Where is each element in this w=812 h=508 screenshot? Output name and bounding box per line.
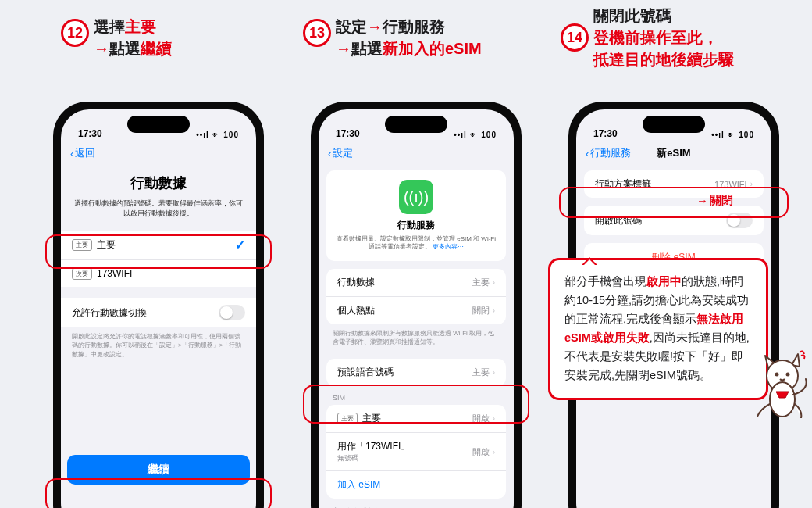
chevron-right-icon: › [493, 306, 495, 315]
row-cellular-data[interactable]: 行動數據 主要› [326, 269, 506, 297]
step12-l2a: 點選 [109, 40, 141, 57]
arrow-close-text: 關閉 [710, 193, 733, 208]
sim-badge-icon: 主要 [72, 239, 92, 251]
row-turn-on[interactable]: 開啟此號碼 [584, 206, 764, 235]
status-icons: ••ıl ᯤ 100 [454, 131, 497, 139]
row-add-esim[interactable]: 加入 eSIM [326, 471, 506, 499]
chevron-left-icon: ‹ [586, 148, 589, 159]
row-173[interactable]: 次要173WIFI [61, 260, 256, 287]
switch-note: 開啟此設定將允許你的電話根據涵蓋率和可用性，使用兩個號碼的行動數據。你可以稍後在… [61, 327, 256, 363]
carrier-header: 主要的行動數據 [319, 499, 514, 508]
step-13-caption: 13 設定→行動服務 →點選新加入的eSIM [303, 16, 482, 59]
page-title: 行動數據 [61, 174, 256, 192]
row-primary[interactable]: 主要主要 ✓ [61, 231, 256, 260]
row-data-value: 主要 [472, 277, 490, 288]
chevron-right-icon: › [750, 180, 753, 188]
status-icons: ••ıl ᯤ 100 [196, 131, 239, 139]
row-sim2-title: 用作「173WIFI」 [337, 440, 410, 453]
row-173-label: 173WIFI [97, 268, 132, 279]
cat-mascot-icon [754, 348, 809, 418]
status-icons: ••ıl ᯤ 100 [711, 131, 754, 139]
phone-1: 17:30 ••ıl ᯤ 100 ‹ 返回 行動數據 選擇行動數據的預設號碼。若… [53, 102, 264, 508]
bubble-t1: 部分手機會出現 [564, 275, 646, 288]
status-bar: 17:30 ••ıl ᯤ 100 [576, 109, 771, 141]
row-switch-label: 允許行動數據切換 [72, 306, 147, 320]
status-time: 17:30 [336, 128, 360, 139]
row-hotspot[interactable]: 個人熱點 關閉› [326, 297, 506, 324]
chevron-right-icon: › [493, 368, 495, 377]
chevron-left-icon: ‹ [328, 148, 331, 159]
chevron-left-icon: ‹ [70, 148, 73, 159]
svg-point-3 [786, 373, 790, 377]
row-voice-value: 主要 [472, 367, 490, 378]
step13-l2b: 新加入的eSIM [383, 40, 482, 57]
toggle-off[interactable] [219, 305, 245, 320]
row-hotspot-value: 關閉 [472, 305, 490, 317]
step14-l0: 關閉此號碼 [593, 7, 671, 24]
nav-back-label: 返回 [75, 146, 95, 160]
continue-button[interactable]: 繼續 [67, 455, 250, 485]
status-bar: 17:30 ••ıl ᯤ 100 [319, 109, 514, 141]
step-12-caption: 12 選擇主要 →點選繼續 [61, 16, 172, 59]
step-14-caption: 14 關閉此號碼 登機前操作至此， 抵達目的地後續步驟 [561, 5, 734, 70]
step-badge-13: 13 [303, 19, 331, 47]
row-on-label: 開啟此號碼 [595, 214, 642, 227]
phone-2: 17:30 ••ıl ᯤ 100 ‹ 設定 ((ı)) 行動服務 查看數據用量、… [311, 102, 522, 508]
cellular-card: ((ı)) 行動服務 查看數據用量、設定數據取用限制，並管理 eSIM 和 Wi… [326, 170, 506, 261]
row-primary-label: 主要 [97, 238, 116, 252]
status-bar: 17:30 ••ıl ᯤ 100 [61, 109, 256, 141]
sim-badge-icon: 次要 [72, 268, 92, 280]
step-badge-12: 12 [61, 19, 89, 47]
status-time: 17:30 [593, 128, 618, 139]
hotspot-note: 關閉行動數據來限制所有數據服務只能透過 Wi-Fi 取用，包含電子郵件、瀏覽網頁… [319, 324, 514, 351]
step14-l2: 抵達目的地後續步驟 [593, 51, 734, 68]
card-more[interactable]: 更多內容⋯ [433, 243, 464, 250]
bubble-t2: 啟用中 [646, 275, 682, 288]
check-icon: ✓ [235, 238, 245, 252]
step12-l1a: 選擇 [94, 18, 125, 35]
row-label-label: 行動方案標籤 [595, 177, 651, 191]
sim-badge-icon: 主要 [337, 413, 358, 424]
row-voice-label: 預設語音號碼 [337, 366, 394, 379]
card-title: 行動服務 [334, 219, 498, 232]
arrow-label-close: 關閉 [696, 193, 733, 208]
chevron-right-icon: › [493, 278, 495, 287]
step14-l1: 登機前操作至此， [593, 29, 718, 46]
step12-l2b: 繼續 [141, 40, 172, 57]
step-badge-14: 14 [561, 23, 589, 52]
continue-label: 繼續 [148, 463, 169, 475]
nav-back-label: 設定 [333, 146, 353, 160]
row-sim2-sub: 無號碼 [337, 453, 410, 463]
step12-arrow: → [94, 40, 109, 57]
row-allow-switch[interactable]: 允許行動數據切換 [61, 298, 256, 327]
nav-title: 新eSIM [657, 146, 690, 160]
chevron-right-icon: › [493, 448, 495, 456]
toggle-off[interactable] [726, 213, 753, 228]
row-sim2-value: 開啟 [472, 446, 490, 458]
row-hotspot-label: 個人熱點 [337, 304, 375, 317]
nav-back[interactable]: ‹ 返回 [70, 146, 95, 160]
card-desc: 查看數據用量、設定數據取用限制，並管理 eSIM 和 Wi-Fi 通話等電信業者… [337, 235, 496, 250]
nav-back[interactable]: ‹ 設定 [328, 146, 353, 160]
sim-header: SIM [319, 386, 514, 405]
svg-point-2 [775, 373, 779, 377]
row-sim-primary[interactable]: 主要主要 開啟› [326, 405, 506, 433]
step13-l1b: 行動服務 [383, 18, 445, 35]
svg-point-1 [770, 382, 795, 417]
info-bubble: 部分手機會出現啟用中的狀態,時間約10-15分鐘,請勿擔心此為安裝成功的正常流程… [548, 258, 768, 400]
status-time: 17:30 [78, 128, 102, 139]
row-sim-173[interactable]: 用作「173WIFI」 無號碼 開啟› [326, 433, 506, 471]
row-sim1-label: 主要 [362, 412, 381, 425]
row-default-voice[interactable]: 預設語音號碼 主要› [326, 359, 506, 386]
antenna-icon: ((ı)) [399, 180, 433, 214]
nav-back[interactable]: ‹ 行動服務 [586, 146, 631, 160]
nav-back-label: 行動服務 [590, 146, 631, 160]
row-sim1-value: 開啟 [472, 413, 490, 424]
step13-l2a: 點選 [351, 40, 383, 57]
page-desc: 選擇行動數據的預設號碼。若要取得最佳涵蓋率，你可以啟用行動數據後援。 [61, 199, 256, 218]
row-data-label: 行動數據 [337, 276, 375, 289]
step12-l1b: 主要 [125, 18, 156, 35]
row-plan-label[interactable]: 行動方案標籤 173WIFI› [584, 170, 764, 198]
chevron-right-icon: › [493, 414, 495, 423]
row-label-value: 173WIFI [714, 180, 747, 189]
